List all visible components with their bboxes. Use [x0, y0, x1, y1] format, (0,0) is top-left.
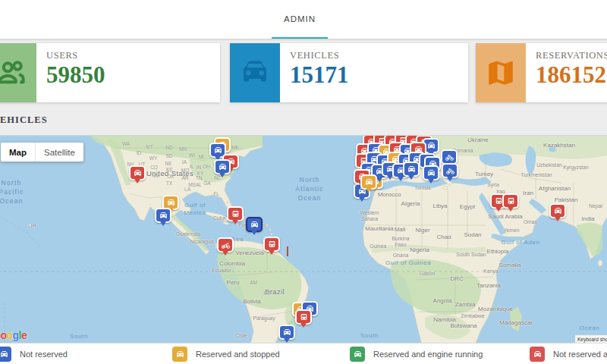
car-icon: [230, 43, 280, 102]
admin-dashboard: ADMIN USERS 59850 VEHICLES 15171 RESERVA…: [0, 0, 607, 364]
vehicle-marker-car[interactable]: [278, 325, 295, 340]
stat-card-reservations[interactable]: RESERVATIONS 186152: [476, 43, 607, 102]
vehicle-marker-car[interactable]: [214, 159, 231, 174]
google-logo[interactable]: Google: [0, 329, 27, 341]
map-icon: [476, 43, 526, 102]
vehicle-marker-bus[interactable]: [263, 237, 280, 252]
stat-label-vehicles: VEHICLES: [290, 50, 349, 61]
legend-label: Reserved and stopped: [196, 350, 280, 359]
map-type-satellite-button[interactable]: Satellite: [35, 143, 83, 162]
map-type-map-button[interactable]: Map: [1, 143, 35, 162]
vehicle-marker-car[interactable]: [403, 162, 420, 177]
section-title-vehicles: VEHICLES: [0, 115, 48, 126]
stat-card-users[interactable]: USERS 59850: [0, 43, 220, 102]
stat-label-reservations: RESERVATIONS: [536, 50, 607, 61]
legend-item: Reserved and stopped: [172, 344, 280, 364]
legend-label: Not reserved and engine running: [553, 350, 607, 359]
legend-car-icon: [530, 347, 545, 362]
legend-item: Reserved and engine running: [350, 344, 483, 364]
vehicle-marker-bus[interactable]: [227, 206, 244, 221]
vehicle-marker-tick[interactable]: [287, 246, 288, 256]
stat-card-vehicles[interactable]: VEHICLES 15171: [230, 43, 468, 102]
vehicle-marker-car[interactable]: [246, 217, 263, 232]
legend-car-icon: [0, 347, 11, 362]
tab-admin-label: ADMIN: [284, 14, 316, 24]
map-type-control: Map Satellite: [1, 143, 83, 162]
legend-item: Not reserved and engine running: [530, 344, 607, 364]
legend-car-icon: [172, 347, 187, 362]
map-legend: Not reservedReserved and stoppedReserved…: [0, 343, 607, 364]
vehicle-marker-car[interactable]: [423, 165, 439, 180]
vehicle-marker-car[interactable]: [155, 208, 171, 223]
vehicle-marker-bike[interactable]: [441, 149, 458, 165]
users-icon: [0, 43, 36, 102]
legend-label: Not reserved: [20, 350, 68, 359]
vehicle-marker-bus[interactable]: [295, 309, 312, 325]
map-markers-layer: [0, 136, 607, 344]
stat-value-reservations: 186152: [536, 63, 607, 88]
stat-value-vehicles: 15171: [290, 63, 349, 88]
vehicle-marker-moto[interactable]: [217, 237, 234, 253]
stat-label-users: USERS: [46, 50, 105, 61]
vehicle-marker-bike[interactable]: [442, 163, 458, 178]
vehicle-marker-bus[interactable]: [502, 193, 519, 209]
legend-car-icon: [350, 347, 365, 362]
tab-admin[interactable]: ADMIN: [272, 0, 328, 39]
top-bar: ADMIN: [0, 0, 607, 39]
vehicle-marker-car[interactable]: [549, 203, 566, 218]
stat-value-users: 59850: [46, 63, 105, 88]
legend-item: Not reserved: [0, 344, 68, 364]
vehicles-map[interactable]: North Atlantic OceanNorth Pacific OceanS…: [0, 135, 607, 344]
legend-label: Reserved and engine running: [373, 350, 483, 359]
vehicle-marker-car[interactable]: [129, 165, 146, 180]
vehicle-marker-car[interactable]: [360, 174, 377, 190]
